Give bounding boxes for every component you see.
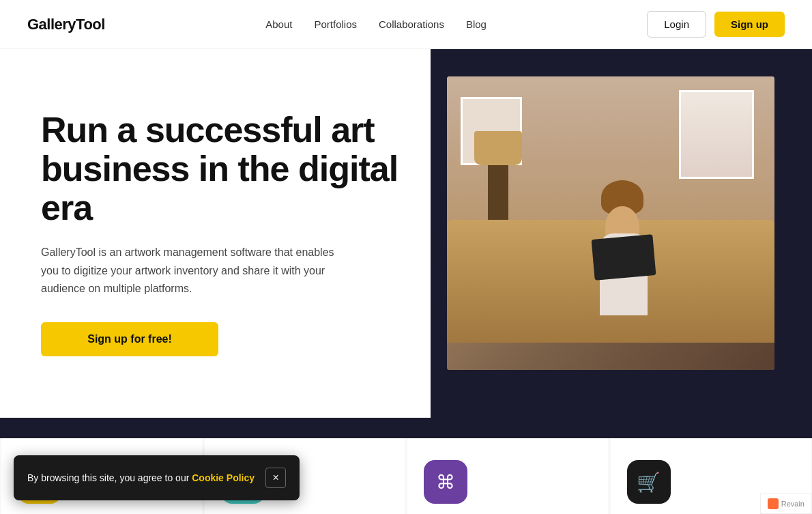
hero-section: Run a successful art business in the dig… <box>0 49 812 418</box>
card-dealers-icon: 🛒 <box>627 460 671 504</box>
hero-content: Run a successful art business in the dig… <box>0 70 447 398</box>
dark-band <box>0 418 812 438</box>
nav-about[interactable]: About <box>265 18 292 30</box>
nav-links: About Portfolios Collaborations Blog <box>265 18 487 31</box>
revain-logo-icon <box>768 498 779 509</box>
cookie-text: By browsing this site, you agree to our … <box>27 471 255 485</box>
login-button[interactable]: Login <box>647 11 706 38</box>
card-collectors-icon: ⌘ <box>424 460 467 504</box>
cookie-banner: By browsing this site, you agree to our … <box>14 455 300 500</box>
hero-description: GalleryTool is an artwork management sof… <box>41 244 334 298</box>
nav-blog[interactable]: Blog <box>466 18 487 30</box>
nav-collaborations[interactable]: Collaborations <box>379 18 444 30</box>
revain-badge: Revain <box>760 494 812 514</box>
brand-logo[interactable]: GalleryTool <box>27 16 105 33</box>
revain-label: Revain <box>781 500 804 508</box>
hero-cta-button[interactable]: Sign up for free! <box>41 322 218 356</box>
nav-actions: Login Sign up <box>647 11 785 38</box>
signup-button[interactable]: Sign up <box>714 12 785 37</box>
card-collectors: ⌘ For Art Collectors <box>407 438 608 514</box>
cookie-close-button[interactable]: × <box>265 468 286 488</box>
hero-photo <box>447 76 774 370</box>
nav-portfolios[interactable]: Portfolios <box>314 18 357 30</box>
cookie-policy-link[interactable]: Cookie Policy <box>192 472 255 483</box>
hero-title: Run a successful art business in the dig… <box>41 111 420 228</box>
hero-image-area <box>447 49 813 418</box>
navbar: GalleryTool About Portfolios Collaborati… <box>0 0 812 49</box>
